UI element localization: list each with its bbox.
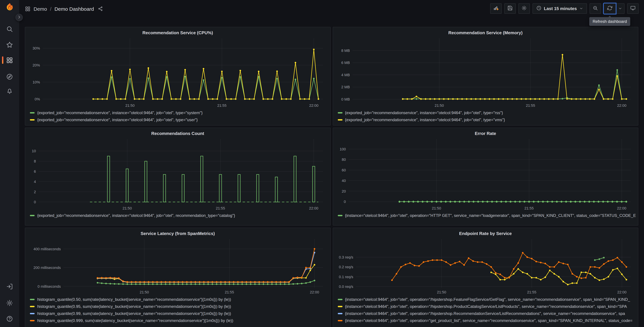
chart-canvas[interactable]: 0.0 req/s0.1 req/s0.2 req/s0.3 req/s21:5… bbox=[335, 238, 635, 295]
axes: 0%10%20%30%21:5021:5522:00 bbox=[32, 38, 323, 108]
legend-item[interactable]: {exported_job="recommendationservice", i… bbox=[30, 109, 330, 116]
legend-item[interactable]: {instance="otelcol:9464", job="otel", op… bbox=[338, 303, 638, 310]
breadcrumb-page-title[interactable]: Demo Dashboard bbox=[54, 6, 94, 12]
panel-title[interactable]: Recommendation Service (CPU%) bbox=[25, 27, 330, 36]
y-axis-label: 200 milliseconds bbox=[34, 266, 61, 270]
chart-canvas[interactable]: 0 milliseconds200 milliseconds400 millis… bbox=[27, 238, 327, 295]
breadcrumb: Demo / Demo Dashboard bbox=[25, 0, 103, 18]
sidebar-item-explore[interactable] bbox=[0, 71, 19, 82]
time-range-picker[interactable]: Last 15 minutes bbox=[532, 3, 587, 14]
legend-item[interactable]: histogram_quantile(0.99, sum(rate(latenc… bbox=[30, 310, 330, 317]
chart-legend: {exported_job="recommendationservice", i… bbox=[25, 108, 330, 124]
bar bbox=[238, 174, 240, 202]
chart-plot[interactable]: 0%10%20%30%21:5021:5522:00 bbox=[27, 37, 327, 108]
sidebar-item-settings[interactable] bbox=[0, 297, 19, 308]
dashboard-settings-button[interactable] bbox=[518, 3, 530, 14]
refresh-interval-dropdown[interactable] bbox=[616, 3, 624, 14]
bell-icon bbox=[6, 88, 13, 94]
sidebar-item-alerting[interactable] bbox=[0, 85, 19, 97]
refresh-button[interactable] bbox=[604, 3, 616, 14]
legend-item[interactable]: {exported_job="recommendationservice", i… bbox=[338, 116, 638, 123]
bar bbox=[275, 177, 278, 202]
legend-label: {exported_job="recommendationservice", i… bbox=[37, 117, 198, 122]
y-axis-label: 2 bbox=[34, 190, 36, 194]
legend-item[interactable]: {instance="otelcol:9464", job="otel", op… bbox=[338, 212, 638, 219]
legend-label: {instance="otelcol:9464", job="otel", op… bbox=[345, 213, 636, 218]
bar bbox=[294, 156, 296, 202]
x-axis-label: 21:55 bbox=[217, 104, 226, 108]
panel-title[interactable]: Endpoint Rate by Service bbox=[333, 228, 638, 237]
chart-plot[interactable]: 0 milliseconds200 milliseconds400 millis… bbox=[27, 238, 327, 295]
chart-canvas[interactable]: 024681021:5021:5522:00 bbox=[27, 138, 327, 211]
gear-icon bbox=[6, 299, 13, 306]
y-axis-label: 400 milliseconds bbox=[34, 247, 61, 251]
panel-title[interactable]: Recommendation Service (Memory) bbox=[333, 27, 638, 36]
legend-item[interactable]: {exported_job="recommendationservice", i… bbox=[30, 116, 330, 123]
y-axis-label: 6 bbox=[34, 170, 36, 174]
zoom-out-button[interactable] bbox=[590, 3, 601, 14]
legend-swatch bbox=[30, 119, 34, 120]
sign-in-icon bbox=[6, 283, 13, 290]
legend-item[interactable]: histogram_quantile(0.95, sum(rate(latenc… bbox=[30, 303, 330, 310]
legend-item[interactable]: {instance="otelcol:9464", job="otel", op… bbox=[338, 317, 638, 324]
chart-plot[interactable]: 024681021:5021:5522:00 bbox=[27, 138, 327, 211]
x-axis-label: 22:00 bbox=[617, 206, 626, 210]
chart-canvas[interactable]: 0%10%20%30%21:5021:5522:00 bbox=[27, 37, 327, 108]
panel-title[interactable]: Error Rate bbox=[333, 128, 638, 137]
legend-item[interactable]: histogram_quantile(0.999, sum(rate(laten… bbox=[30, 317, 330, 324]
sidebar-item-sign-in[interactable] bbox=[0, 281, 19, 292]
chart-legend: {instance="otelcol:9464", job="otel", op… bbox=[333, 295, 638, 325]
y-axis-label: 0 milliseconds bbox=[38, 284, 61, 288]
legend-label: {exported_job="recommendationservice", i… bbox=[37, 110, 203, 115]
legend-item[interactable]: {exported_job="recommendationservice", i… bbox=[30, 212, 330, 219]
legend-label: {instance="otelcol:9464", job="otel", op… bbox=[345, 297, 630, 302]
y-axis-label: 0% bbox=[34, 97, 40, 101]
series-rss bbox=[402, 69, 627, 100]
axes: 0 milliseconds200 milliseconds400 millis… bbox=[34, 239, 323, 294]
search-icon bbox=[6, 25, 13, 32]
legend-swatch bbox=[30, 215, 34, 216]
kiosk-mode-button[interactable] bbox=[627, 3, 639, 14]
add-panel-button[interactable] bbox=[490, 3, 502, 14]
sidebar-item-help[interactable] bbox=[0, 313, 19, 324]
series-error-rate bbox=[398, 201, 627, 202]
legend-label: histogram_quantile(0.999, sum(rate(laten… bbox=[37, 318, 233, 323]
panel-error-rate: Error Rate02040608010021:5021:5522:00{in… bbox=[332, 128, 638, 226]
breadcrumb-section[interactable]: Demo bbox=[34, 6, 47, 12]
x-axis-label: 21:50 bbox=[437, 290, 446, 294]
legend-swatch bbox=[30, 299, 34, 300]
x-axis-label: 22:00 bbox=[309, 104, 318, 108]
series-vms bbox=[402, 54, 627, 100]
chevron-down-icon bbox=[618, 6, 622, 12]
legend-item[interactable]: {instance="otelcol:9464", job="otel", op… bbox=[338, 310, 638, 317]
legend-swatch bbox=[338, 112, 342, 113]
x-axis-label: 22:00 bbox=[309, 206, 318, 210]
y-axis-label: 2 MB bbox=[341, 85, 350, 89]
panel-title[interactable]: Recommendations Count bbox=[25, 128, 330, 137]
toolbar: Last 15 minutes Refresh dashboard bbox=[490, 3, 639, 14]
y-axis-label: 10% bbox=[32, 80, 40, 84]
chart-canvas[interactable]: 02040608010021:5021:5522:00 bbox=[335, 138, 635, 211]
chart-plot[interactable]: 0.0 req/s0.1 req/s0.2 req/s0.3 req/s21:5… bbox=[335, 238, 634, 295]
share-icon[interactable] bbox=[98, 6, 103, 12]
apps-grid-icon bbox=[6, 56, 13, 64]
chart-canvas[interactable]: 0 MB2 MB4 MB6 MB8 MB21:5021:5522:00 bbox=[335, 37, 635, 108]
sidebar-item-dashboards[interactable] bbox=[0, 54, 19, 66]
legend-item[interactable]: {exported_job="recommendationservice", i… bbox=[338, 109, 638, 116]
legend-item[interactable]: histogram_quantile(0.50, sum(rate(latenc… bbox=[30, 296, 330, 303]
zoom-out-icon bbox=[593, 5, 598, 12]
help-circle-icon bbox=[6, 315, 13, 322]
sidebar-item-starred[interactable] bbox=[0, 39, 19, 50]
chevron-down-icon bbox=[579, 6, 583, 12]
sidebar-expand-button[interactable] bbox=[16, 14, 23, 21]
panel-title[interactable]: Service Latency (from SpanMetrics) bbox=[25, 228, 330, 237]
chart-plot[interactable]: 02040608010021:5021:5522:00 bbox=[335, 138, 634, 211]
monitor-icon bbox=[630, 5, 636, 12]
y-axis-label: 60 bbox=[342, 168, 346, 172]
save-dashboard-button[interactable] bbox=[504, 3, 516, 14]
time-range-label: Last 15 minutes bbox=[544, 6, 577, 11]
chart-plot[interactable]: 0 MB2 MB4 MB6 MB8 MB21:5021:5522:00 bbox=[335, 37, 634, 108]
grafana-logo[interactable] bbox=[5, 3, 14, 12]
legend-item[interactable]: {instance="otelcol:9464", job="otel", op… bbox=[338, 296, 638, 303]
sidebar-item-search[interactable] bbox=[0, 23, 19, 34]
